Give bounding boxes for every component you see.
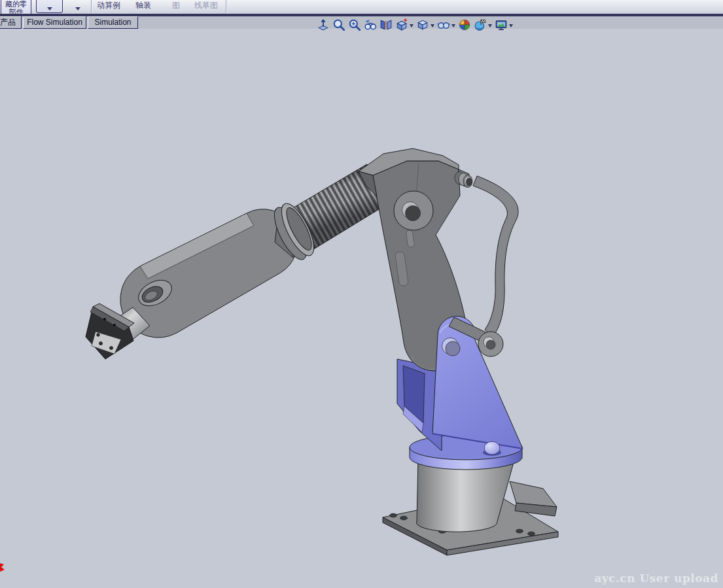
chevron-down-icon[interactable]	[431, 24, 434, 27]
four-bar-link	[449, 172, 518, 357]
chevron-down-icon[interactable]	[451, 24, 455, 27]
solidworks-window: 藏的零 部件 动算例 轴装 图 线草图 产品 Flow Simulation S…	[0, 0, 723, 588]
chevron-down-icon[interactable]	[410, 24, 414, 27]
zoom-in-out-icon[interactable]	[348, 18, 361, 31]
zoom-to-area-icon[interactable]	[332, 18, 345, 31]
previous-view-icon[interactable]	[364, 18, 377, 31]
heads-up-view-toolbar	[315, 18, 514, 32]
display-style-icon[interactable]	[416, 18, 429, 31]
edit-appearance-icon[interactable]	[458, 18, 471, 31]
base-wedge-bracket	[510, 481, 557, 516]
robot-arm-model	[0, 0, 723, 588]
red-artifact	[0, 561, 8, 576]
apply-scene-icon[interactable]	[474, 18, 487, 31]
view-orientation-icon[interactable]	[395, 18, 408, 31]
section-view-icon[interactable]	[379, 18, 393, 31]
view-settings-icon[interactable]	[495, 18, 508, 31]
chevron-down-icon[interactable]	[488, 24, 492, 27]
chevron-down-icon[interactable]	[509, 24, 513, 27]
watermark: ayc.cn User upload	[594, 572, 718, 585]
hide-show-items-icon[interactable]	[437, 18, 450, 31]
zoom-to-fit-icon[interactable]	[317, 18, 330, 31]
forearm	[120, 209, 298, 338]
graphics-viewport[interactable]: ayc.cn User upload	[0, 29, 723, 588]
